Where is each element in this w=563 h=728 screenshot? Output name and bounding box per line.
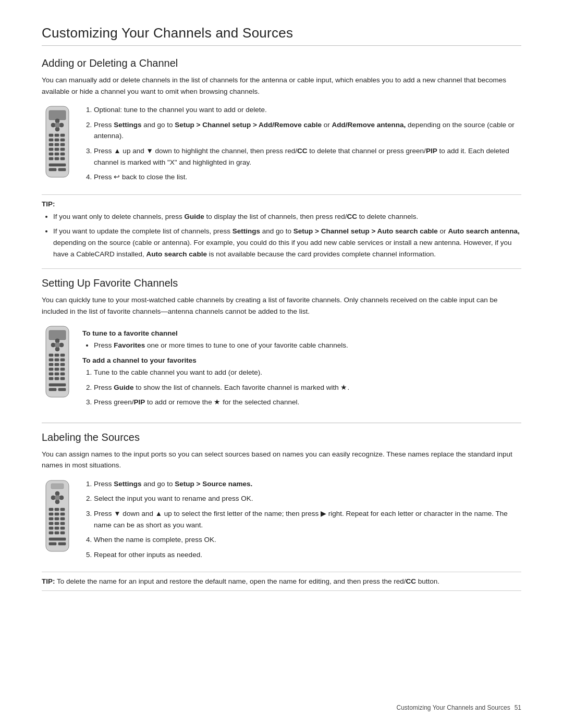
svg-rect-25 [49,164,66,166]
svg-rect-56 [46,480,69,551]
section3-steps-area: Press Settings and go to Setup > Source … [82,478,521,566]
svg-rect-64 [55,508,59,511]
section3-title: Labeling the Sources [42,431,521,443]
section1-content: Optional: tune to the channel you want t… [42,104,521,188]
step-item: Select the input you want to rename and … [94,493,521,504]
remote-image-1 [42,105,73,180]
svg-rect-50 [49,377,53,380]
section3-steps-list: Press Settings and go to Setup > Source … [82,478,521,561]
svg-rect-47 [49,373,53,375]
svg-rect-38 [49,359,53,361]
section-divider-2 [42,423,521,423]
svg-rect-15 [60,143,65,146]
svg-rect-46 [60,368,65,371]
footer: Customizing Your Channels and Sources 51 [42,704,521,711]
svg-rect-75 [49,527,53,529]
svg-rect-53 [49,384,66,386]
step-item: Press Favorites one or more times to tun… [94,340,521,351]
section2-intro: You can quickly tune to your most-watche… [42,294,521,317]
section1-steps-list: Optional: tune to the channel you want t… [82,104,521,183]
section3-tip-box: TIP: To delete the name for an input and… [42,572,521,591]
svg-rect-82 [49,542,56,545]
svg-rect-17 [55,148,59,151]
section2-subsection1-steps: Press Favorites one or more times to tun… [82,340,521,351]
page-title: Customizing Your Channels and Sources [42,25,521,46]
step-item: Tune to the cable channel you want to ad… [94,367,521,378]
step-item: Press ▲ up and ▼ down to highlight the c… [94,145,521,168]
svg-rect-55 [58,388,66,391]
step-item: Repeat for other inputs as needed. [94,549,521,561]
svg-rect-73 [55,522,59,525]
footer-text: Customizing Your Channels and Sources 51 [397,704,522,711]
svg-rect-49 [60,373,65,375]
svg-rect-8 [55,134,59,137]
svg-rect-81 [49,538,66,540]
svg-rect-18 [60,148,65,151]
svg-rect-16 [49,148,53,151]
step-item: Press green/PIP to add or remove the ★ f… [94,397,521,408]
svg-rect-80 [60,532,65,534]
step-item: Press ↩ back to close the list. [94,171,521,183]
svg-rect-57 [51,484,64,489]
step-item: Press Guide to show the list of channels… [94,382,521,393]
svg-rect-39 [55,359,59,361]
svg-rect-44 [49,368,53,371]
step-item: Press ▼ down and ▲ up to select the firs… [94,508,521,530]
svg-rect-20 [55,153,59,155]
svg-rect-52 [60,377,65,380]
svg-rect-48 [55,373,59,375]
svg-rect-1 [49,110,66,120]
svg-rect-66 [49,513,53,515]
section1-title: Adding or Deleting a Channel [42,57,521,69]
svg-rect-63 [49,508,53,511]
svg-rect-79 [55,532,59,534]
svg-rect-78 [49,532,53,534]
section2-subsection2-steps: Tune to the cable channel you want to ad… [82,367,521,408]
svg-rect-77 [60,527,65,529]
svg-rect-68 [60,513,65,515]
section1-tip-box: TIP: If you want only to delete channels… [42,194,521,269]
section3-tip-text: TIP: To delete the name for an input and… [42,577,521,585]
svg-rect-37 [60,354,65,356]
svg-rect-9 [60,134,65,137]
svg-rect-23 [55,157,59,160]
svg-rect-67 [55,513,59,515]
svg-rect-70 [55,517,59,520]
svg-rect-54 [49,388,56,391]
tip-item: If you want to update the complete list … [53,226,521,260]
tip-item: If you want only to delete channels, pre… [53,211,521,223]
svg-rect-27 [58,168,66,171]
section1-steps-area: Optional: tune to the channel you want t… [82,104,521,188]
svg-rect-12 [60,139,65,141]
remote-image-3 [42,479,73,554]
svg-rect-76 [55,527,59,529]
svg-rect-36 [55,354,59,356]
section1-tip-label: TIP: [42,200,521,208]
step-item: When the name is complete, press OK. [94,534,521,546]
svg-point-34 [55,342,60,348]
section2-subheading1: To tune to a favorite channel [82,329,521,337]
svg-rect-72 [49,522,53,525]
svg-rect-41 [49,363,53,366]
svg-rect-71 [60,517,65,520]
section3-intro: You can assign names to the input ports … [42,449,521,471]
svg-rect-10 [49,139,53,141]
footer-label: Customizing Your Channels and Sources [397,704,510,711]
svg-point-6 [55,122,60,128]
section1-tip-list: If you want only to delete channels, pre… [42,211,521,260]
svg-rect-26 [49,168,56,171]
svg-rect-51 [55,377,59,380]
svg-rect-29 [49,330,66,340]
svg-rect-69 [49,517,53,520]
svg-rect-74 [60,522,65,525]
svg-rect-35 [49,354,53,356]
section3-content: Press Settings and go to Setup > Source … [42,478,521,566]
svg-rect-40 [60,359,65,361]
svg-rect-83 [58,542,66,545]
section2-content: To tune to a favorite channel Press Favo… [42,324,521,413]
svg-rect-22 [49,157,53,160]
svg-rect-13 [49,143,53,146]
svg-rect-42 [55,363,59,366]
svg-rect-11 [55,139,59,141]
section2-steps-area: To tune to a favorite channel Press Favo… [82,324,521,413]
